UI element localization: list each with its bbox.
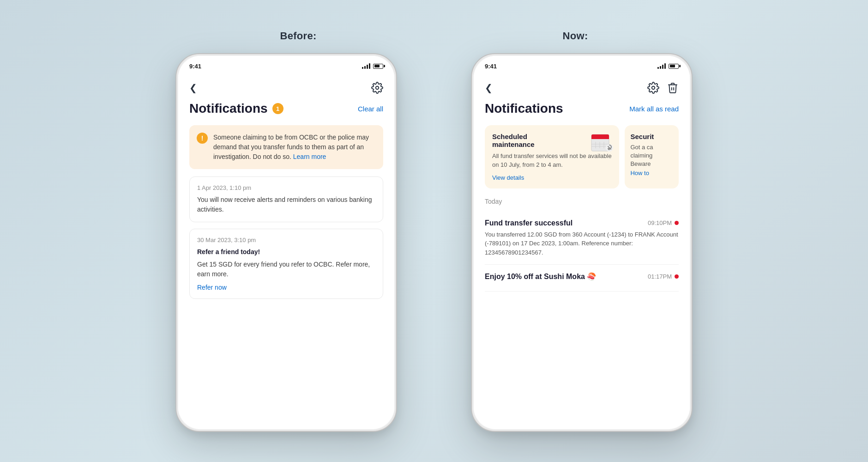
signal-icon-now bbox=[657, 63, 666, 69]
now-label: Now: bbox=[563, 30, 588, 42]
alert-card: ! Someone claiming to be from OCBC or th… bbox=[189, 125, 383, 169]
now-phone-content: Notifications Mark all as read bbox=[474, 97, 690, 415]
unread-dot-1 bbox=[675, 221, 679, 225]
notif-body-1: You will now receive alerts and reminder… bbox=[197, 195, 375, 214]
notif-body-2: Get 15 SGD for every friend you refer to… bbox=[197, 260, 375, 279]
notif-item-1: 1 Apr 2023, 1:10 pm You will now receive… bbox=[189, 176, 383, 222]
battery-icon-now bbox=[669, 64, 679, 69]
unread-dot-2 bbox=[675, 274, 679, 279]
before-label: Before: bbox=[280, 30, 316, 42]
svg-rect-4 bbox=[591, 138, 609, 139]
notif-date-1: 1 Apr 2023, 1:10 pm bbox=[197, 184, 375, 191]
notif-item-2: 30 Mar 2023, 3:10 pm Refer a friend toda… bbox=[189, 229, 383, 299]
before-phone-content: Notifications 1 Clear all ! Someone clai… bbox=[178, 97, 394, 415]
status-bar-now: 9:41 bbox=[474, 56, 690, 76]
clear-all-button[interactable]: Clear all bbox=[358, 105, 383, 113]
status-time-before: 9:41 bbox=[189, 63, 201, 70]
txn-time-2: 01:17PM bbox=[648, 273, 672, 280]
txn-meta-2: 01:17PM bbox=[648, 273, 679, 280]
refer-now-link[interactable]: Refer now bbox=[197, 284, 375, 291]
pinned-card-maintenance: Scheduled maintenance All fund transfer … bbox=[485, 125, 619, 188]
pinned-cards-section: Scheduled maintenance All fund transfer … bbox=[485, 125, 679, 188]
notif-title-2: Refer a friend today! bbox=[197, 247, 375, 257]
notifications-badge: 1 bbox=[272, 103, 283, 114]
signal-icon bbox=[362, 63, 370, 69]
nav-icons-now bbox=[647, 82, 679, 94]
pinned-card-link-1[interactable]: View details bbox=[492, 174, 612, 181]
notif-date-2: 30 Mar 2023, 3:10 pm bbox=[197, 237, 375, 243]
notifications-header-before: Notifications 1 Clear all bbox=[189, 101, 383, 116]
nav-icons-before bbox=[371, 82, 383, 94]
warning-icon: ! bbox=[197, 133, 208, 144]
top-nav-now: ❮ bbox=[474, 76, 690, 97]
battery-icon bbox=[373, 64, 383, 69]
back-button-before[interactable]: ❮ bbox=[189, 82, 197, 93]
txn-item-2: Enjoy 10% off at Sushi Moka 🍣 01:17PM bbox=[485, 265, 679, 292]
today-label: Today bbox=[485, 198, 679, 205]
svg-point-0 bbox=[376, 86, 379, 90]
notifications-title-before: Notifications bbox=[189, 101, 268, 116]
gear-icon-before[interactable] bbox=[371, 82, 383, 94]
top-nav-before: ❮ bbox=[178, 76, 394, 97]
status-icons-before bbox=[362, 63, 383, 69]
mark-all-read-button[interactable]: Mark all as read bbox=[629, 105, 679, 113]
before-phone: 9:41 ❮ bbox=[175, 53, 397, 432]
txn-body-1: You transferred 12.00 SGD from 360 Accou… bbox=[485, 230, 679, 257]
alert-text: Someone claiming to be from OCBC or the … bbox=[213, 133, 376, 162]
calendar-icon bbox=[590, 131, 614, 155]
now-phone: 9:41 ❮ bbox=[471, 53, 693, 432]
status-time-now: 9:41 bbox=[485, 63, 497, 70]
learn-more-link[interactable]: Learn more bbox=[293, 153, 326, 160]
txn-meta-1: 09:10PM bbox=[648, 219, 679, 226]
svg-point-1 bbox=[652, 86, 655, 90]
pinned-card-link-2[interactable]: How to bbox=[630, 170, 649, 176]
notif-title-group: Notifications 1 bbox=[189, 101, 283, 116]
pinned-card-title-1: Scheduled maintenance bbox=[492, 133, 557, 148]
txn-header-2: Enjoy 10% off at Sushi Moka 🍣 01:17PM bbox=[485, 272, 679, 281]
txn-title-2: Enjoy 10% off at Sushi Moka 🍣 bbox=[485, 272, 596, 281]
pinned-card-title-2: Securit bbox=[630, 133, 673, 140]
notifications-header-now: Notifications Mark all as read bbox=[485, 101, 679, 116]
txn-title-1: Fund transfer successful bbox=[485, 219, 573, 227]
txn-item-1: Fund transfer successful 09:10PM You tra… bbox=[485, 212, 679, 265]
gear-icon-now[interactable] bbox=[647, 82, 659, 94]
status-icons-now bbox=[657, 63, 679, 69]
trash-icon-now[interactable] bbox=[667, 82, 679, 94]
pinned-card-security: Securit Got a ca claiming Beware How to bbox=[625, 125, 679, 188]
back-button-now[interactable]: ❮ bbox=[485, 82, 493, 93]
pinned-card-body-2: Got a ca claiming Beware bbox=[630, 143, 673, 169]
notifications-title-now: Notifications bbox=[485, 101, 563, 116]
txn-time-1: 09:10PM bbox=[648, 219, 672, 226]
status-bar-before: 9:41 bbox=[178, 56, 394, 76]
txn-header-1: Fund transfer successful 09:10PM bbox=[485, 219, 679, 227]
